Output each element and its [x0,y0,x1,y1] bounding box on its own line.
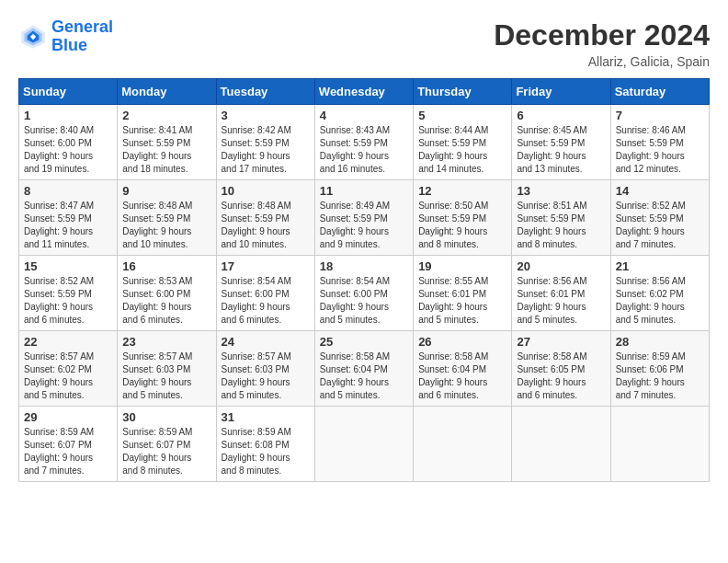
day-number: 5 [418,109,506,122]
calendar-cell: 6Sunrise: 8:45 AM Sunset: 5:59 PM Daylig… [512,105,610,180]
day-info: Sunrise: 8:53 AM Sunset: 6:00 PM Dayligh… [122,275,210,327]
day-number: 15 [24,259,112,273]
day-info: Sunrise: 8:44 AM Sunset: 5:59 PM Dayligh… [418,124,506,176]
day-number: 4 [320,109,408,122]
page-header: General Blue December 2024 Allariz, Gali… [18,18,710,69]
calendar-cell: 20Sunrise: 8:56 AM Sunset: 6:01 PM Dayli… [512,256,610,331]
title-block: December 2024 Allariz, Galicia, Spain [494,18,710,69]
day-number: 27 [517,335,605,349]
calendar-cell: 17Sunrise: 8:54 AM Sunset: 6:00 PM Dayli… [216,256,314,331]
calendar-cell [414,407,512,482]
logo-icon [18,22,48,52]
day-info: Sunrise: 8:52 AM Sunset: 5:59 PM Dayligh… [24,275,112,327]
day-number: 25 [320,335,408,349]
day-number: 1 [24,109,112,122]
day-number: 23 [122,335,210,349]
calendar-cell: 23Sunrise: 8:57 AM Sunset: 6:03 PM Dayli… [118,331,216,407]
week-row-2: 8Sunrise: 8:47 AM Sunset: 5:59 PM Daylig… [19,180,710,256]
calendar-cell: 12Sunrise: 8:50 AM Sunset: 5:59 PM Dayli… [414,180,512,256]
day-info: Sunrise: 8:59 AM Sunset: 6:07 PM Dayligh… [122,426,210,477]
day-number: 9 [122,184,210,198]
day-number: 13 [517,184,605,198]
calendar-cell: 4Sunrise: 8:43 AM Sunset: 5:59 PM Daylig… [314,105,413,180]
day-number: 8 [24,184,112,198]
calendar-cell: 27Sunrise: 8:58 AM Sunset: 6:05 PM Dayli… [512,331,610,407]
day-info: Sunrise: 8:59 AM Sunset: 6:08 PM Dayligh… [222,426,310,477]
calendar-cell: 15Sunrise: 8:52 AM Sunset: 5:59 PM Dayli… [19,256,118,331]
logo: General Blue [18,18,113,55]
day-info: Sunrise: 8:57 AM Sunset: 6:02 PM Dayligh… [24,350,112,402]
week-row-1: 1Sunrise: 8:40 AM Sunset: 6:00 PM Daylig… [19,105,710,180]
weekday-header-row: SundayMondayTuesdayWednesdayThursdayFrid… [19,79,710,105]
day-info: Sunrise: 8:40 AM Sunset: 6:00 PM Dayligh… [24,124,112,176]
calendar-cell: 31Sunrise: 8:59 AM Sunset: 6:08 PM Dayli… [216,407,314,482]
calendar-cell: 16Sunrise: 8:53 AM Sunset: 6:00 PM Dayli… [118,256,216,331]
day-info: Sunrise: 8:54 AM Sunset: 6:00 PM Dayligh… [222,275,310,327]
week-row-5: 29Sunrise: 8:59 AM Sunset: 6:07 PM Dayli… [19,407,710,482]
day-number: 20 [517,259,605,273]
calendar-cell: 5Sunrise: 8:44 AM Sunset: 5:59 PM Daylig… [414,105,512,180]
day-number: 28 [616,335,704,349]
weekday-wednesday: Wednesday [314,79,413,105]
day-number: 2 [122,109,210,122]
day-info: Sunrise: 8:51 AM Sunset: 5:59 PM Dayligh… [517,200,605,251]
day-info: Sunrise: 8:42 AM Sunset: 5:59 PM Dayligh… [222,124,310,176]
day-number: 29 [24,410,112,424]
day-info: Sunrise: 8:46 AM Sunset: 5:59 PM Dayligh… [616,124,704,176]
day-info: Sunrise: 8:59 AM Sunset: 6:07 PM Dayligh… [24,426,112,477]
calendar-cell: 25Sunrise: 8:58 AM Sunset: 6:04 PM Dayli… [314,331,413,407]
day-number: 16 [122,259,210,273]
calendar-cell [512,407,610,482]
day-info: Sunrise: 8:58 AM Sunset: 6:04 PM Dayligh… [418,350,506,402]
month-title: December 2024 [494,18,710,52]
day-info: Sunrise: 8:45 AM Sunset: 5:59 PM Dayligh… [517,124,605,176]
day-info: Sunrise: 8:43 AM Sunset: 5:59 PM Dayligh… [320,124,408,176]
weekday-sunday: Sunday [19,79,118,105]
day-number: 19 [418,259,506,273]
location: Allariz, Galicia, Spain [494,54,710,69]
calendar-cell: 2Sunrise: 8:41 AM Sunset: 5:59 PM Daylig… [118,105,216,180]
week-row-3: 15Sunrise: 8:52 AM Sunset: 5:59 PM Dayli… [19,256,710,331]
weekday-friday: Friday [512,79,610,105]
calendar-cell: 18Sunrise: 8:54 AM Sunset: 6:00 PM Dayli… [314,256,413,331]
calendar-cell: 3Sunrise: 8:42 AM Sunset: 5:59 PM Daylig… [216,105,314,180]
calendar-cell: 26Sunrise: 8:58 AM Sunset: 6:04 PM Dayli… [414,331,512,407]
day-number: 3 [222,109,310,122]
calendar-cell [610,407,709,482]
calendar-cell: 22Sunrise: 8:57 AM Sunset: 6:02 PM Dayli… [19,331,118,407]
day-number: 10 [222,184,310,198]
weekday-saturday: Saturday [610,79,709,105]
day-info: Sunrise: 8:55 AM Sunset: 6:01 PM Dayligh… [418,275,506,327]
day-number: 26 [418,335,506,349]
day-number: 7 [616,109,704,122]
day-info: Sunrise: 8:54 AM Sunset: 6:00 PM Dayligh… [320,275,408,327]
day-number: 30 [122,410,210,424]
day-info: Sunrise: 8:56 AM Sunset: 6:01 PM Dayligh… [517,275,605,327]
calendar-cell: 8Sunrise: 8:47 AM Sunset: 5:59 PM Daylig… [19,180,118,256]
calendar-cell: 7Sunrise: 8:46 AM Sunset: 5:59 PM Daylig… [610,105,709,180]
calendar-cell: 21Sunrise: 8:56 AM Sunset: 6:02 PM Dayli… [610,256,709,331]
calendar-cell: 13Sunrise: 8:51 AM Sunset: 5:59 PM Dayli… [512,180,610,256]
calendar-body: 1Sunrise: 8:40 AM Sunset: 6:00 PM Daylig… [19,105,710,482]
calendar-cell: 11Sunrise: 8:49 AM Sunset: 5:59 PM Dayli… [314,180,413,256]
day-info: Sunrise: 8:58 AM Sunset: 6:04 PM Dayligh… [320,350,408,402]
day-number: 24 [222,335,310,349]
weekday-thursday: Thursday [414,79,512,105]
day-info: Sunrise: 8:47 AM Sunset: 5:59 PM Dayligh… [24,200,112,251]
day-info: Sunrise: 8:48 AM Sunset: 5:59 PM Dayligh… [222,200,310,251]
calendar-cell: 10Sunrise: 8:48 AM Sunset: 5:59 PM Dayli… [216,180,314,256]
day-number: 31 [222,410,310,424]
day-info: Sunrise: 8:59 AM Sunset: 6:06 PM Dayligh… [616,350,704,402]
calendar-cell: 29Sunrise: 8:59 AM Sunset: 6:07 PM Dayli… [19,407,118,482]
day-info: Sunrise: 8:57 AM Sunset: 6:03 PM Dayligh… [122,350,210,402]
day-info: Sunrise: 8:57 AM Sunset: 6:03 PM Dayligh… [222,350,310,402]
day-info: Sunrise: 8:58 AM Sunset: 6:05 PM Dayligh… [517,350,605,402]
weekday-monday: Monday [118,79,216,105]
day-info: Sunrise: 8:50 AM Sunset: 5:59 PM Dayligh… [418,200,506,251]
week-row-4: 22Sunrise: 8:57 AM Sunset: 6:02 PM Dayli… [19,331,710,407]
calendar-cell: 1Sunrise: 8:40 AM Sunset: 6:00 PM Daylig… [19,105,118,180]
day-info: Sunrise: 8:48 AM Sunset: 5:59 PM Dayligh… [122,200,210,251]
calendar-cell: 28Sunrise: 8:59 AM Sunset: 6:06 PM Dayli… [610,331,709,407]
calendar-cell: 24Sunrise: 8:57 AM Sunset: 6:03 PM Dayli… [216,331,314,407]
day-number: 12 [418,184,506,198]
